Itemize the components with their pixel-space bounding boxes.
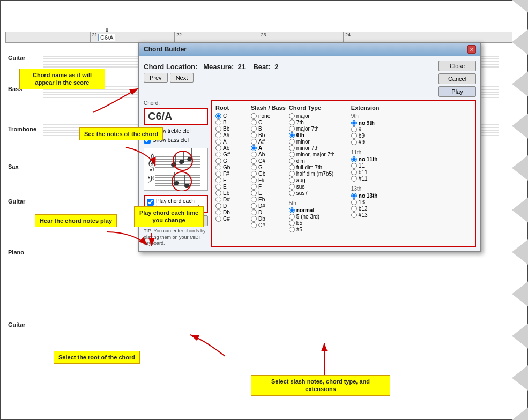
dialog-header-row: Chord Location: Measure: 21 Beat: 2 Prev… xyxy=(144,61,476,97)
root-radio-Asharp[interactable] xyxy=(215,132,221,138)
fifth-sharp5: #5 xyxy=(289,227,348,232)
chordtype-radio-major7th[interactable] xyxy=(289,126,295,132)
svg-text:𝄢: 𝄢 xyxy=(147,174,154,188)
chordtype-radio-6th[interactable] xyxy=(289,132,295,138)
slash-option-none: none xyxy=(251,113,286,119)
slash-option-B: B xyxy=(251,126,286,132)
chordtype-radio-minor7th[interactable] xyxy=(289,145,295,151)
instrument-trombone: Trombone xyxy=(8,126,36,132)
slash-radio-Dsharp[interactable] xyxy=(251,203,257,209)
root-radio-A[interactable] xyxy=(215,139,221,145)
eleventh-radio-sharp11[interactable] xyxy=(351,176,357,182)
chordtype-radio-major[interactable] xyxy=(289,113,295,119)
ninth-radio-b9[interactable] xyxy=(351,133,357,139)
slash-radio-Eb[interactable] xyxy=(251,197,257,202)
chordtype-radio-sus[interactable] xyxy=(289,184,295,190)
root-radio-F[interactable] xyxy=(215,177,221,183)
root-option-B: B xyxy=(215,119,248,125)
ruler-mark-23: 23 xyxy=(259,32,344,42)
cancel-button[interactable]: Cancel xyxy=(438,73,476,84)
ninth-label: 9th xyxy=(351,113,394,119)
slash-option-Ab: Ab xyxy=(251,152,286,158)
slash-radio-Asharp[interactable] xyxy=(251,139,257,145)
slash-radio-B[interactable] xyxy=(251,126,257,132)
slash-radio-Db[interactable] xyxy=(251,216,257,222)
chord-section-label: Chord: xyxy=(144,100,208,106)
thirteenth-radio-b13[interactable] xyxy=(351,206,357,212)
fifth-radio-sharp5[interactable] xyxy=(289,227,295,232)
fifth-radio-normal[interactable] xyxy=(289,207,295,213)
close-button[interactable]: Close xyxy=(438,61,476,71)
slash-option-Db: Db xyxy=(251,216,286,222)
instrument-sax: Sax xyxy=(8,163,19,170)
ninth-sharp9: #9 xyxy=(351,139,394,145)
slash-radio-none[interactable] xyxy=(251,113,257,119)
chord-type-column: Chord Type major 7th major 7th 6th minor… xyxy=(289,104,348,243)
slash-radio-F[interactable] xyxy=(251,184,257,190)
chord-type-aug: aug xyxy=(289,177,348,183)
root-radio-Csharp[interactable] xyxy=(215,216,221,222)
annotation-root: Select the root of the chord xyxy=(54,351,140,364)
root-radio-C[interactable] xyxy=(215,113,221,119)
slash-radio-A[interactable] xyxy=(251,145,257,151)
thirteenth-no13th: no 13th xyxy=(351,193,394,199)
slash-radio-D[interactable] xyxy=(251,209,257,215)
chord-type-header: Chord Type xyxy=(289,104,348,111)
fifth-radio-no3rd[interactable] xyxy=(289,214,295,220)
root-radio-D[interactable] xyxy=(215,203,221,209)
annotation-slash-chord: Select slash notes, chord type, and exte… xyxy=(251,375,390,396)
fifth-radio-b5[interactable] xyxy=(289,220,295,226)
ninth-radio-9[interactable] xyxy=(351,126,357,132)
root-radio-Gb[interactable] xyxy=(215,164,221,170)
slash-radio-Fsharp[interactable] xyxy=(251,177,257,183)
root-radio-Ab[interactable] xyxy=(215,145,221,151)
chordtype-radio-dim[interactable] xyxy=(289,158,295,164)
thirteenth-radio-13[interactable] xyxy=(351,199,357,205)
eleventh-radio-11[interactable] xyxy=(351,163,357,169)
chordtype-radio-7th[interactable] xyxy=(289,119,295,125)
thirteenth-radio-sharp13[interactable] xyxy=(351,212,357,218)
root-radio-Eb[interactable] xyxy=(215,190,221,196)
root-radio-B[interactable] xyxy=(215,119,221,125)
arrow-notes xyxy=(123,145,161,171)
slash-radio-Csharp[interactable] xyxy=(251,222,257,228)
eleventh-radio-b11[interactable] xyxy=(351,169,357,175)
annotation-notes: See the notes of the chord xyxy=(79,128,163,140)
chordtype-radio-sus7[interactable] xyxy=(289,190,295,196)
extension-header: Extension xyxy=(351,104,394,111)
root-radio-G[interactable] xyxy=(215,158,221,164)
ninth-radio-no9th[interactable] xyxy=(351,120,357,126)
ninth-radio-sharp9[interactable] xyxy=(351,139,357,145)
slash-radio-Ab[interactable] xyxy=(251,152,257,158)
thirteenth-radio-no13th[interactable] xyxy=(351,193,357,199)
eleventh-radio-no11th[interactable] xyxy=(351,156,357,162)
play-chord-checkbox[interactable] xyxy=(147,199,154,206)
ruler: 21 22 23 24 xyxy=(5,32,512,43)
slash-radio-Bb[interactable] xyxy=(251,132,257,138)
root-radio-Dsharp[interactable] xyxy=(215,197,221,202)
root-radio-Fsharp[interactable] xyxy=(215,171,221,177)
chordtype-radio-minor[interactable] xyxy=(289,139,295,145)
prev-button[interactable]: Prev xyxy=(144,73,168,82)
dialog-close-x-button[interactable]: ✕ xyxy=(467,45,476,54)
slash-radio-Gsharp[interactable] xyxy=(251,158,257,164)
root-radio-Bb[interactable] xyxy=(215,126,221,132)
play-button[interactable]: Play xyxy=(438,86,476,97)
slash-option-G: G xyxy=(251,164,286,170)
chordtype-radio-minormajor7th[interactable] xyxy=(289,152,295,158)
root-radio-E[interactable] xyxy=(215,184,221,190)
root-radio-Gsharp[interactable] xyxy=(215,152,221,158)
slash-option-Asharp: A# xyxy=(251,139,286,145)
slash-radio-E[interactable] xyxy=(251,190,257,196)
slash-option-C: C xyxy=(251,119,286,125)
chordtype-radio-fulldim7th[interactable] xyxy=(289,164,295,170)
slash-radio-Gb[interactable] xyxy=(251,171,257,177)
chordtype-radio-aug[interactable] xyxy=(289,177,295,183)
chord-type-6th: 6th xyxy=(289,132,348,138)
slash-radio-G[interactable] xyxy=(251,164,257,170)
next-button[interactable]: Next xyxy=(170,73,194,82)
root-radio-Db[interactable] xyxy=(215,209,221,215)
dialog-titlebar: Chord Builder ✕ xyxy=(139,43,480,56)
chordtype-radio-halfdim[interactable] xyxy=(289,171,295,177)
slash-radio-C[interactable] xyxy=(251,119,257,125)
